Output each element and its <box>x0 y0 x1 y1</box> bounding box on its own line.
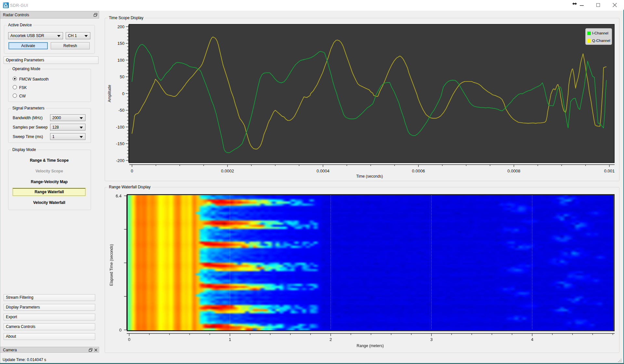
svg-text:50: 50 <box>120 74 124 79</box>
svg-text:0.0006: 0.0006 <box>412 169 425 173</box>
svg-text:-100: -100 <box>116 125 124 130</box>
svg-text:150: 150 <box>117 41 124 46</box>
svg-text:200: 200 <box>117 24 124 29</box>
svg-text:6.4: 6.4 <box>116 194 122 198</box>
svg-text:0: 0 <box>119 328 122 333</box>
svg-text:Time (seconds): Time (seconds) <box>356 174 383 179</box>
svg-text:0: 0 <box>122 91 124 96</box>
svg-text:2: 2 <box>330 337 332 342</box>
svg-text:3: 3 <box>430 337 433 342</box>
svg-text:100: 100 <box>117 58 124 63</box>
svg-text:0.0008: 0.0008 <box>507 169 520 173</box>
svg-text:Elapsed Time (seconds): Elapsed Time (seconds) <box>109 244 114 286</box>
svg-text:1: 1 <box>229 337 231 342</box>
svg-text:0.001: 0.001 <box>604 169 615 173</box>
svg-text:0: 0 <box>131 169 133 173</box>
svg-text:-200: -200 <box>116 158 124 163</box>
svg-text:0.0002: 0.0002 <box>221 169 234 173</box>
svg-text:0: 0 <box>128 337 130 342</box>
svg-text:-50: -50 <box>118 108 124 113</box>
svg-text:Amplitude: Amplitude <box>107 85 112 102</box>
svg-text:0.0004: 0.0004 <box>317 169 330 173</box>
svg-text:Range (meters): Range (meters) <box>357 344 384 348</box>
svg-text:-150: -150 <box>116 141 124 146</box>
svg-text:4: 4 <box>531 337 533 342</box>
